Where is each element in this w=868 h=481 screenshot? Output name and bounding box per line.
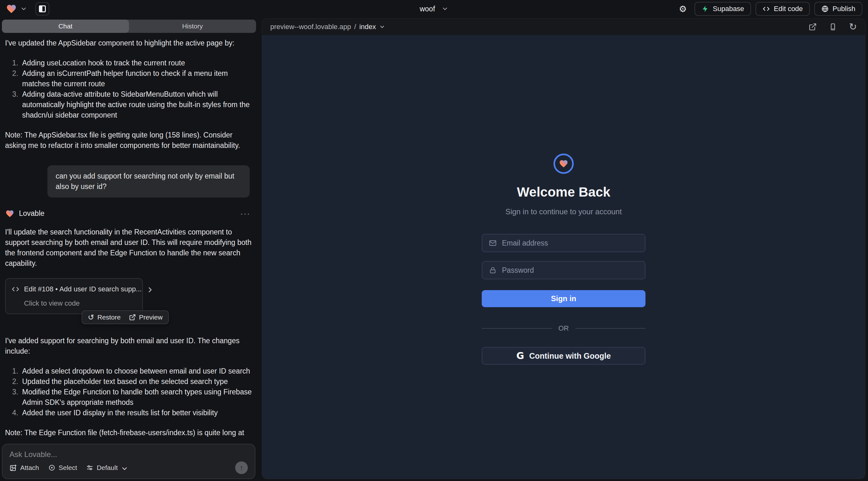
google-g-icon: G bbox=[517, 351, 524, 361]
mode-select-button[interactable]: Default bbox=[86, 464, 127, 472]
chat-panel: Chat History I've updated the AppSidebar… bbox=[0, 18, 258, 481]
assistant-header: Lovable ··· bbox=[5, 208, 253, 219]
signin-subtitle: Sign in to continue to your account bbox=[505, 207, 622, 216]
preview-panel: preview--woof.lovable.app / index ↻ bbox=[262, 18, 865, 479]
external-link-icon bbox=[809, 23, 817, 31]
list-item: Added the user ID display in the results… bbox=[20, 408, 253, 418]
sidebar-panel-icon bbox=[39, 5, 46, 12]
lock-icon bbox=[489, 266, 497, 274]
continue-with-google-button[interactable]: G Continue with Google bbox=[482, 347, 646, 365]
preview-header: preview--woof.lovable.app / index ↻ bbox=[262, 19, 865, 35]
preview-url-breadcrumb[interactable]: preview--woof.lovable.app / index bbox=[270, 23, 385, 31]
edit-actions-toolbar: ↺ Restore Preview bbox=[82, 310, 169, 324]
restore-icon: ↺ bbox=[88, 314, 94, 321]
target-icon bbox=[48, 464, 56, 472]
email-field[interactable] bbox=[502, 239, 639, 248]
sidebar-toggle-button[interactable] bbox=[35, 2, 49, 15]
topbar: woof ⚙ Supabase Edit code Publish bbox=[0, 0, 868, 18]
breadcrumb-separator: / bbox=[354, 23, 356, 31]
image-attach-icon bbox=[9, 464, 17, 472]
app-logo bbox=[554, 154, 574, 174]
assistant-message-note: Note: The AppSidebar.tsx file is getting… bbox=[5, 130, 253, 151]
project-name: woof bbox=[420, 5, 435, 13]
code-brackets-icon bbox=[763, 5, 770, 13]
assistant-changes-list: Added a select dropdown to choose betwee… bbox=[5, 366, 253, 418]
preview-viewport: Welcome Back Sign in to continue to your… bbox=[262, 35, 865, 479]
assistant-note: Note: The Edge Function file (fetch-fire… bbox=[5, 427, 253, 439]
assistant-response-intro: I'll update the search functionality in … bbox=[5, 227, 253, 269]
project-chevron-down-icon bbox=[441, 5, 448, 12]
preview-button[interactable]: Preview bbox=[129, 314, 163, 321]
preview-route: index bbox=[360, 23, 376, 31]
project-switcher[interactable]: woof bbox=[420, 5, 448, 13]
sliders-icon bbox=[86, 464, 94, 472]
signin-title: Welcome Back bbox=[517, 185, 610, 200]
or-label: OR bbox=[559, 324, 569, 332]
signin-card: Welcome Back Sign in to continue to your… bbox=[482, 154, 646, 365]
edit-card[interactable]: Edit #108 • Add user ID search supp... C… bbox=[5, 278, 143, 314]
assistant-name: Lovable bbox=[19, 208, 44, 219]
attach-button[interactable]: Attach bbox=[9, 464, 39, 472]
arrow-up-icon: ↑ bbox=[240, 463, 243, 472]
supabase-label: Supabase bbox=[713, 5, 744, 13]
supabase-bolt-icon bbox=[702, 5, 709, 13]
edit-card-title: Edit #108 • Add user ID search supp... bbox=[24, 284, 142, 294]
restore-button[interactable]: ↺ Restore bbox=[88, 314, 121, 321]
supabase-button[interactable]: Supabase bbox=[694, 2, 751, 16]
edit-code-label: Edit code bbox=[774, 5, 803, 13]
refresh-icon: ↻ bbox=[849, 23, 857, 31]
mode-label: Default bbox=[97, 464, 118, 472]
assistant-message-intro: I've updated the AppSidebar component to… bbox=[5, 38, 253, 49]
lovable-logo-icon[interactable] bbox=[6, 3, 17, 14]
chevron-down-icon bbox=[121, 465, 126, 471]
message-more-button[interactable]: ··· bbox=[240, 212, 250, 215]
tab-history[interactable]: History bbox=[129, 20, 256, 33]
gear-icon: ⚙ bbox=[679, 4, 687, 14]
restore-label: Restore bbox=[97, 314, 121, 321]
list-item: Added a select dropdown to choose betwee… bbox=[20, 366, 253, 376]
publish-label: Publish bbox=[833, 5, 855, 13]
user-message-bubble: can you add support for searching not on… bbox=[48, 165, 250, 197]
assistant-message-list: Adding useLocation hook to track the cur… bbox=[5, 58, 253, 120]
route-chevron-down-icon bbox=[379, 24, 385, 30]
preview-domain: preview--woof.lovable.app bbox=[270, 23, 351, 31]
user-message-text: can you add support for searching not on… bbox=[56, 172, 234, 191]
chat-messages[interactable]: I've updated the AppSidebar component to… bbox=[0, 33, 258, 439]
select-label: Select bbox=[59, 464, 77, 472]
list-item: Adding an isCurrentPath helper function … bbox=[20, 68, 253, 89]
publish-button[interactable]: Publish bbox=[814, 2, 862, 16]
list-item: Adding data-active attribute to SidebarM… bbox=[20, 89, 253, 120]
heart-logo-icon bbox=[559, 159, 569, 168]
edit-code-button[interactable]: Edit code bbox=[755, 2, 810, 16]
tab-chat[interactable]: Chat bbox=[2, 20, 129, 33]
select-button[interactable]: Select bbox=[48, 464, 77, 472]
attach-label: Attach bbox=[20, 464, 39, 472]
sign-in-button[interactable]: Sign in bbox=[482, 290, 646, 307]
settings-button[interactable]: ⚙ bbox=[676, 2, 690, 15]
refresh-button[interactable]: ↻ bbox=[849, 23, 857, 31]
divider-line bbox=[482, 328, 552, 329]
list-item: Modified the Edge Function to handle bot… bbox=[20, 387, 253, 408]
or-divider: OR bbox=[482, 324, 646, 332]
password-field[interactable] bbox=[502, 266, 639, 275]
preview-label: Preview bbox=[139, 314, 163, 321]
project-menu-chevron-down-icon[interactable] bbox=[20, 5, 27, 12]
list-item: Adding useLocation hook to track the cur… bbox=[20, 58, 253, 68]
divider-line bbox=[575, 328, 646, 329]
open-in-new-tab-button[interactable] bbox=[809, 23, 817, 31]
assistant-changes-intro: I've added support for searching by both… bbox=[5, 335, 253, 356]
external-link-icon bbox=[129, 314, 136, 321]
envelope-icon bbox=[489, 239, 497, 247]
send-button[interactable]: ↑ bbox=[235, 461, 248, 474]
mobile-view-button[interactable] bbox=[829, 23, 837, 31]
composer: Attach Select Default ↑ bbox=[2, 444, 255, 479]
globe-icon bbox=[821, 5, 829, 13]
lovable-heart-icon bbox=[5, 209, 14, 218]
list-item: Updated the placeholder text based on th… bbox=[20, 376, 253, 387]
chat-history-tabs: Chat History bbox=[2, 20, 256, 33]
chat-input[interactable] bbox=[9, 450, 248, 461]
code-icon bbox=[11, 285, 20, 293]
edit-card-subtitle: Click to view code bbox=[24, 298, 136, 309]
chevron-right-icon bbox=[146, 286, 153, 293]
mobile-phone-icon bbox=[829, 23, 837, 31]
